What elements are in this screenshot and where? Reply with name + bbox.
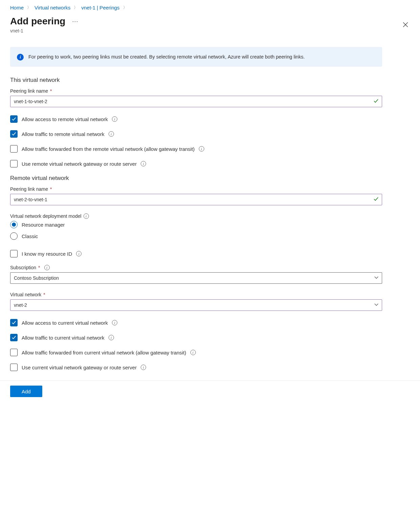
cb-use-remote-gateway[interactable] (10, 160, 18, 167)
cb-allow-access-current-label: Allow access to current virtual network (22, 320, 108, 326)
cb-allow-forwarded-remote[interactable] (10, 145, 18, 153)
virtual-network-label: Virtual network * (10, 292, 410, 297)
cb-use-current-gateway[interactable] (10, 364, 18, 371)
cb-allow-traffic-current[interactable] (10, 334, 18, 341)
cb-allow-access-remote-label: Allow access to remote virtual network (22, 116, 108, 122)
more-actions-button[interactable]: ⋯ (72, 18, 78, 24)
cb-allow-traffic-current-label: Allow traffic to current virtual network (22, 335, 104, 341)
label-text: Virtual network (10, 292, 41, 297)
info-banner-text: For peering to work, two peering links m… (28, 53, 305, 61)
chevron-right-icon: 〉 (27, 5, 31, 10)
radio-resource-manager-label: Resource manager (22, 222, 65, 228)
section-this-vnet-heading: This virtual network (10, 77, 410, 84)
cb-allow-access-remote[interactable] (10, 115, 18, 123)
breadcrumb-peerings[interactable]: vnet-1 | Peerings (81, 5, 119, 10)
remote-link-name-label: Peering link name * (10, 186, 410, 192)
chevron-right-icon: 〉 (74, 5, 78, 10)
cb-allow-traffic-remote-label: Allow traffic to remote virtual network (22, 131, 104, 137)
info-icon[interactable]: i (109, 131, 114, 137)
radio-classic-label: Classic (22, 233, 38, 239)
info-icon[interactable]: i (141, 161, 146, 166)
required-asterisk: * (50, 186, 52, 192)
chevron-down-icon (374, 275, 379, 281)
required-asterisk: * (50, 88, 52, 94)
deploy-model-label: Virtual network deployment model i (10, 213, 410, 219)
info-icon[interactable]: i (109, 335, 114, 340)
add-button[interactable]: Add (10, 386, 42, 397)
required-asterisk: * (43, 292, 45, 297)
radio-classic[interactable] (10, 232, 18, 240)
breadcrumb-home[interactable]: Home (10, 5, 24, 10)
page-subtitle: vnet-1 (10, 28, 410, 33)
breadcrumb: Home 〉 Virtual networks 〉 vnet-1 | Peeri… (10, 5, 410, 10)
chevron-down-icon (374, 302, 379, 308)
info-icon: i (17, 54, 24, 61)
subscription-label: Subscription * i (10, 265, 410, 270)
footer: Add (0, 381, 420, 407)
cb-allow-traffic-remote[interactable] (10, 130, 18, 138)
cb-allow-forwarded-current-label: Allow traffic forwarded from current vir… (22, 350, 186, 355)
info-icon[interactable]: i (141, 365, 146, 370)
cb-use-remote-gateway-label: Use remote virtual network gateway or ro… (22, 161, 137, 167)
this-link-name-input[interactable] (10, 96, 382, 107)
info-icon[interactable]: i (76, 251, 81, 256)
cb-know-resource-id[interactable] (10, 250, 18, 257)
info-icon[interactable]: i (84, 213, 89, 219)
radio-resource-manager[interactable] (10, 221, 18, 228)
chevron-right-icon: 〉 (123, 5, 127, 10)
cb-allow-forwarded-current[interactable] (10, 349, 18, 356)
close-icon (402, 22, 409, 28)
label-text: Virtual network deployment model (10, 213, 81, 219)
virtual-network-select[interactable]: vnet-2 (10, 299, 382, 311)
this-link-name-label: Peering link name * (10, 88, 410, 94)
label-text: Subscription (10, 265, 36, 270)
info-icon[interactable]: i (199, 146, 204, 152)
cb-use-current-gateway-label: Use current virtual network gateway or r… (22, 365, 137, 370)
info-icon[interactable]: i (190, 350, 196, 355)
info-icon[interactable]: i (44, 265, 50, 270)
subscription-select[interactable]: Contoso Subscription (10, 272, 382, 284)
label-text: Peering link name (10, 186, 48, 192)
cb-allow-access-current[interactable] (10, 319, 18, 326)
page-title: Add peering (10, 16, 65, 27)
cb-allow-forwarded-remote-label: Allow traffic forwarded from the remote … (22, 146, 195, 152)
breadcrumb-virtual-networks[interactable]: Virtual networks (34, 5, 70, 10)
subscription-value: Contoso Subscription (14, 275, 59, 281)
info-icon[interactable]: i (112, 320, 117, 325)
info-banner: i For peering to work, two peering links… (10, 47, 382, 67)
valid-check-icon (373, 197, 379, 203)
virtual-network-value: vnet-2 (14, 302, 27, 308)
info-icon[interactable]: i (112, 116, 117, 122)
close-button[interactable] (402, 22, 409, 29)
required-asterisk: * (38, 265, 40, 270)
section-remote-vnet-heading: Remote virtual network (10, 175, 410, 182)
label-text: Peering link name (10, 88, 48, 94)
valid-check-icon (373, 98, 379, 105)
cb-know-resource-id-label: I know my resource ID (22, 251, 72, 257)
remote-link-name-input[interactable] (10, 194, 382, 205)
